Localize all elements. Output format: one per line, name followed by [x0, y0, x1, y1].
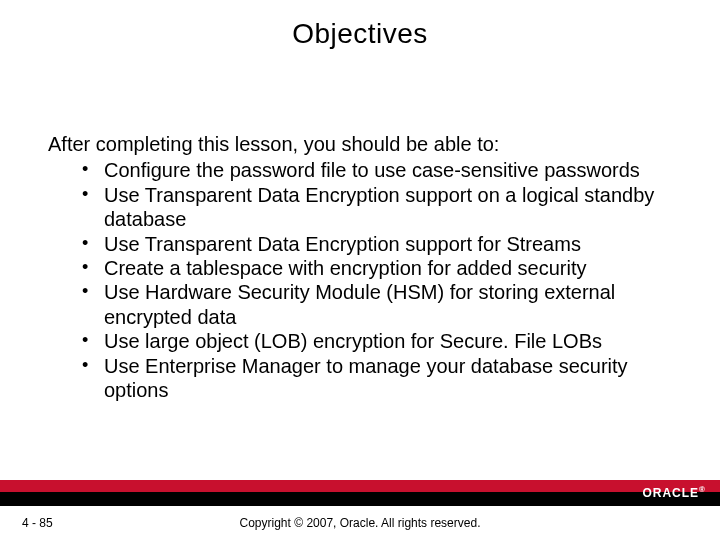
list-item: Use large object (LOB) encryption for Se… [82, 329, 680, 353]
list-item: Create a tablespace with encryption for … [82, 256, 680, 280]
logo-text: ORACLE [642, 486, 699, 500]
list-item: Use Transparent Data Encryption support … [82, 183, 680, 232]
oracle-logo: ORACLE® [642, 482, 706, 504]
intro-text: After completing this lesson, you should… [48, 132, 680, 156]
list-item: Use Enterprise Manager to manage your da… [82, 354, 680, 403]
slide-body: After completing this lesson, you should… [48, 132, 680, 402]
registered-mark: ® [699, 485, 706, 494]
list-item: Configure the password file to use case-… [82, 158, 680, 182]
copyright-text: Copyright © 2007, Oracle. All rights res… [0, 516, 720, 530]
list-item: Use Transparent Data Encryption support … [82, 232, 680, 256]
footer-bar: ORACLE® [0, 480, 720, 506]
slide: Objectives After completing this lesson,… [0, 0, 720, 540]
slide-title: Objectives [0, 18, 720, 50]
accent-bar-red [0, 480, 720, 492]
list-item: Use Hardware Security Module (HSM) for s… [82, 280, 680, 329]
objectives-list: Configure the password file to use case-… [48, 158, 680, 402]
accent-bar-black [0, 492, 720, 506]
